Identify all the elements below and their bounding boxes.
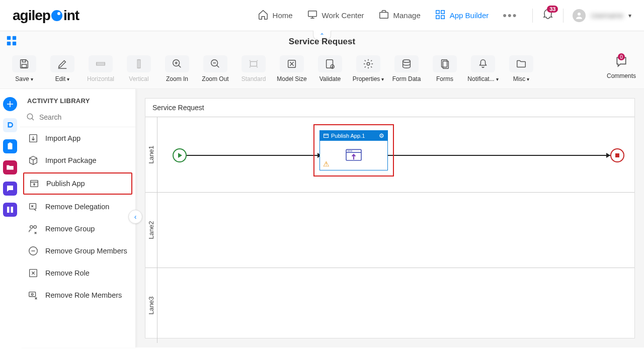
svg-rect-10: [13, 42, 16, 45]
model-size-button[interactable]: Model Size: [276, 55, 308, 82]
svg-point-22: [403, 60, 411, 63]
start-node[interactable]: [173, 148, 187, 162]
activity-remove-role-members[interactable]: Remove Role Members: [20, 284, 135, 306]
lane-3[interactable]: Lane3: [145, 268, 634, 343]
user-menu[interactable]: Username ▾: [573, 9, 631, 22]
plus-icon: [6, 100, 15, 109]
zoom-in-button[interactable]: Zoom In: [161, 55, 193, 82]
svg-rect-11: [22, 60, 25, 62]
svg-point-41: [348, 150, 349, 151]
svg-point-21: [367, 62, 370, 65]
misc-button[interactable]: Misc▾: [505, 55, 537, 82]
edit-icon: [57, 58, 68, 69]
zoom-out-button[interactable]: Zoom Out: [199, 55, 231, 82]
top-nav: agilepint Home Work Center Manage App Bu…: [0, 0, 644, 31]
notifications-button[interactable]: 33: [542, 9, 554, 23]
lane-2[interactable]: Lane2: [145, 192, 634, 268]
apps-grid-button[interactable]: [6, 35, 17, 49]
logo: agilepint: [13, 8, 79, 24]
nav-work-center[interactable]: Work Center: [307, 9, 364, 22]
monitor-icon: [307, 9, 318, 22]
svg-rect-1: [379, 12, 388, 18]
collapse-sidebar-button[interactable]: ‹: [128, 210, 142, 224]
activity-remove-group[interactable]: Remove Group: [20, 218, 135, 240]
activity-remove-role[interactable]: Remove Role: [20, 262, 135, 284]
toolbar: Save▾ Edit▾ Horizontal Vertical Zoom In …: [0, 52, 644, 89]
sidebar-title: ACTIVITY LIBRARY: [20, 89, 135, 110]
svg-rect-37: [29, 292, 36, 297]
activity-import-package[interactable]: Import Package: [20, 149, 135, 171]
grid-icon: [435, 9, 446, 22]
d-icon: [6, 121, 15, 130]
forms-icon: [439, 58, 450, 69]
edit-button[interactable]: Edit▾: [46, 55, 78, 82]
window-small-icon: [323, 133, 329, 139]
validate-icon: [325, 58, 336, 69]
svg-rect-28: [11, 207, 14, 213]
svg-rect-5: [441, 16, 444, 19]
end-node[interactable]: [610, 148, 624, 162]
nav-more[interactable]: •••: [503, 9, 517, 22]
remove-delegation-icon: [27, 201, 39, 213]
nav-home[interactable]: Home: [258, 9, 293, 22]
rail-folder-button[interactable]: [3, 160, 17, 174]
svg-rect-4: [436, 16, 439, 19]
rail-d-button[interactable]: [3, 118, 17, 132]
left-rail: [0, 89, 20, 347]
chat-icon: [6, 184, 15, 193]
rail-columns-button[interactable]: [3, 203, 17, 217]
process-canvas[interactable]: Service Request Lane1 Publish App.1: [145, 98, 635, 338]
remove-group-members-icon: [27, 245, 39, 257]
nav-manage[interactable]: Manage: [378, 9, 421, 22]
activity-remove-group-members[interactable]: Remove Group Members: [20, 240, 135, 262]
publish-app-icon: [28, 178, 40, 190]
lane-1[interactable]: Lane1 Publish App.1 ⚙: [145, 117, 634, 192]
rail-add-button[interactable]: [3, 97, 17, 111]
svg-rect-12: [22, 64, 26, 67]
svg-point-43: [351, 150, 352, 151]
arrow-icon: [606, 153, 610, 158]
svg-point-42: [350, 150, 351, 151]
form-data-button[interactable]: Form Data: [390, 55, 423, 82]
standard-button[interactable]: Standard: [237, 55, 270, 82]
chevron-down-icon: ▾: [496, 76, 499, 82]
gear-icon[interactable]: ⚙: [379, 132, 384, 139]
search-input[interactable]: [39, 113, 129, 121]
save-button[interactable]: Save▾: [8, 55, 40, 82]
validate-button[interactable]: Validate: [314, 55, 346, 82]
main: ACTIVITY LIBRARY Import App Import Packa…: [0, 89, 644, 347]
remove-role-members-icon: [27, 289, 39, 301]
activity-list: Import App Import Package Publish App Re…: [20, 127, 135, 347]
horizontal-button[interactable]: Horizontal: [85, 55, 117, 82]
divider: [563, 9, 564, 23]
activity-library-sidebar: ACTIVITY LIBRARY Import App Import Packa…: [20, 89, 136, 347]
svg-point-6: [578, 13, 581, 16]
search-wrap: [20, 110, 135, 127]
folder-icon: [6, 163, 15, 172]
properties-button[interactable]: Properties▾: [352, 55, 384, 82]
vertical-button[interactable]: Vertical: [123, 55, 155, 82]
package-icon: [27, 154, 39, 166]
svg-rect-0: [308, 11, 316, 17]
zoom-in-icon: [172, 58, 183, 69]
activity-import-app[interactable]: Import App: [20, 127, 135, 149]
logo-dot-icon: [51, 10, 62, 21]
comments-button[interactable]: 0 Comments: [607, 55, 636, 79]
canvas-title: Service Request: [145, 99, 634, 117]
notifications-tool-button[interactable]: Notificat...▾: [467, 55, 499, 82]
activity-remove-delegation[interactable]: Remove Delegation: [20, 196, 135, 218]
activity-publish-app-node[interactable]: Publish App.1 ⚙: [319, 130, 388, 170]
chevron-down-icon: ▾: [628, 12, 631, 19]
nav-app-builder[interactable]: App Builder: [435, 9, 489, 22]
rail-clipboard-button[interactable]: [3, 139, 17, 153]
activity-title: Publish App.1: [331, 133, 365, 139]
activity-highlight: Publish App.1 ⚙: [313, 124, 394, 177]
svg-rect-26: [9, 143, 12, 144]
chevron-down-icon: ▾: [67, 76, 69, 82]
model-size-icon: [286, 58, 297, 69]
svg-rect-2: [436, 11, 439, 14]
rail-chat-button[interactable]: [3, 182, 17, 196]
forms-button[interactable]: Forms: [429, 55, 461, 82]
activity-publish-app[interactable]: Publish App: [23, 172, 132, 195]
remove-group-icon: [27, 223, 39, 235]
